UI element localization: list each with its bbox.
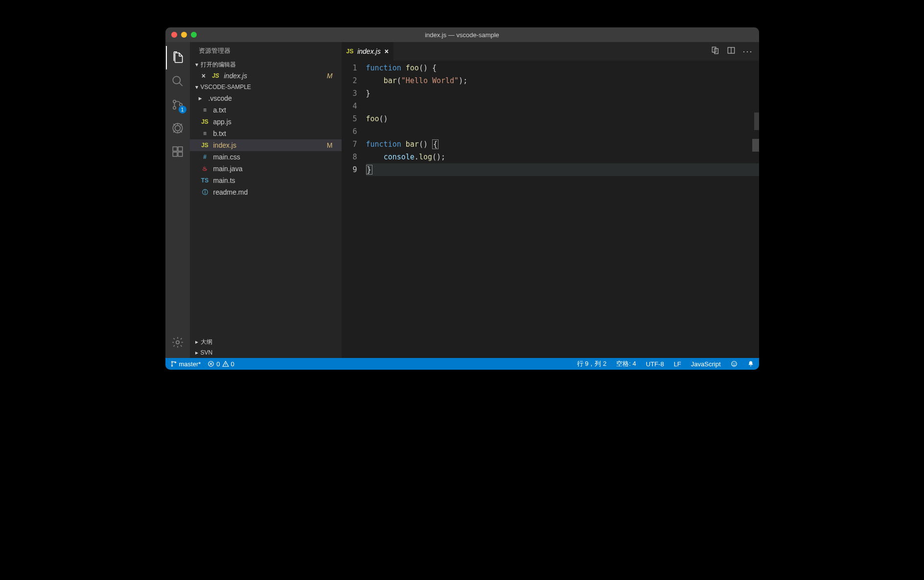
more-actions-icon[interactable]: ··· [742,46,753,57]
debug-activity[interactable] [166,116,189,140]
file-name: main.ts [213,177,235,184]
folder-item[interactable]: ▸.vscode [190,92,342,104]
file-item[interactable]: JSindex.jsM [190,139,342,151]
code-line[interactable]: function bar() { [366,138,759,151]
js-file-icon: JS [210,72,221,79]
js-file-icon: JS [200,118,210,125]
code-body[interactable]: function foo() { bar("Hello World");} fo… [366,62,759,358]
svg-point-15 [171,365,172,366]
explorer-activity[interactable] [166,46,189,69]
language-mode[interactable]: JavaScript [691,360,721,368]
branch-status[interactable]: master* [170,360,201,368]
code-line[interactable]: bar("Hello World"); [366,74,759,87]
notifications-icon[interactable] [747,360,754,367]
file-name: b.txt [213,130,226,137]
svg-rect-7 [178,147,183,151]
minimap[interactable] [752,61,759,358]
open-changes-icon[interactable] [711,46,720,57]
file-name: app.js [213,118,231,126]
status-bar: master* 0 0 行 9，列 2 空格: 4 UTF-8 LF JavaS… [165,358,759,370]
code-line[interactable]: function foo() { [366,62,759,74]
main-area: 1 资源管理器 ▾ 打开的编辑器 × JS index.js M [165,42,759,358]
svg-point-1 [173,100,175,103]
svg-point-14 [171,361,172,362]
split-editor-icon[interactable] [727,46,736,57]
file-item[interactable]: #main.css [190,151,342,163]
open-editor-item[interactable]: × JS index.js M [190,70,342,82]
svg-rect-9 [178,152,183,156]
file-item[interactable]: ♨main.java [190,163,342,175]
chevron-down-icon: ▾ [193,84,201,90]
file-item[interactable]: ≡a.txt [190,104,342,116]
workspace-header[interactable]: ▾ VSCODE-SAMPLE [190,82,342,92]
source-control-activity[interactable]: 1 [166,93,189,116]
close-editor-icon[interactable]: × [200,72,208,80]
code-line[interactable]: } [366,163,759,176]
line-number: 1 [342,62,357,74]
outline-label: 大纲 [201,338,212,346]
line-number: 6 [342,125,357,138]
svg-point-2 [173,107,175,109]
files-icon [172,51,185,64]
problems-status[interactable]: 0 0 [208,360,234,368]
window-title: index.js — vscode-sample [165,31,759,39]
folder-file-icon: ▸ [195,95,206,102]
workspace-name: VSCODE-SAMPLE [201,84,251,90]
scm-badge: 1 [179,106,186,113]
sidebar: 资源管理器 ▾ 打开的编辑器 × JS index.js M ▾ VSCODE-… [190,42,342,358]
code-line[interactable] [366,125,759,138]
java-file-icon: ♨ [200,165,210,172]
feedback-icon[interactable] [731,360,738,367]
gear-icon [171,336,184,349]
outline-header[interactable]: ▸ 大纲 [190,336,342,347]
maximize-window-button[interactable] [191,32,197,38]
error-icon [208,360,214,367]
activity-bar: 1 [165,42,190,358]
minimize-window-button[interactable] [181,32,187,38]
editor-content[interactable]: 123456789 function foo() { bar("Hello Wo… [342,61,759,358]
editor-tab[interactable]: JS index.js × [342,42,393,61]
warning-icon [222,360,229,367]
encoding-status[interactable]: UTF-8 [646,360,664,368]
indentation-status[interactable]: 空格: 4 [616,359,636,368]
svn-header[interactable]: ▸ SVN [190,347,342,358]
tabs-row: JS index.js × ··· [342,42,759,61]
ts-file-icon: TS [200,177,210,184]
sidebar-title: 资源管理器 [190,42,342,59]
info-file-icon: ⓘ [200,188,210,197]
search-activity[interactable] [166,69,189,93]
file-name: main.java [213,165,243,173]
chevron-right-icon: ▸ [193,338,201,345]
code-line[interactable] [366,100,759,112]
line-number: 2 [342,74,357,87]
search-icon [171,75,184,88]
eol-status[interactable]: LF [674,360,681,368]
file-name: a.txt [213,106,226,114]
git-modified-indicator: M [327,72,338,80]
open-editor-filename: index.js [224,72,247,80]
line-number: 7 [342,138,357,151]
extensions-activity[interactable] [166,140,189,163]
file-item[interactable]: JSapp.js [190,116,342,128]
close-window-button[interactable] [171,32,177,38]
file-name: index.js [213,141,236,149]
file-name: main.css [213,153,240,161]
git-modified-indicator: M [327,141,338,149]
file-item[interactable]: ≡b.txt [190,128,342,139]
code-line[interactable]: foo() [366,112,759,125]
cursor-position[interactable]: 行 9，列 2 [577,359,607,368]
code-line[interactable]: } [366,87,759,100]
tab-close-icon[interactable]: × [385,47,389,55]
svg-rect-8 [173,152,177,156]
vscode-window: index.js — vscode-sample 1 [165,27,759,370]
settings-activity[interactable] [166,331,189,354]
file-item[interactable]: ⓘreadme.md [190,186,342,198]
minimap-viewport[interactable] [754,112,759,130]
js-file-icon: JS [346,48,354,55]
code-line[interactable]: console.log(); [366,151,759,163]
open-editors-header[interactable]: ▾ 打开的编辑器 [190,59,342,70]
svg-point-18 [731,361,737,367]
svg-point-20 [735,363,735,364]
file-item[interactable]: TSmain.ts [190,175,342,186]
branch-name: master* [179,360,201,368]
